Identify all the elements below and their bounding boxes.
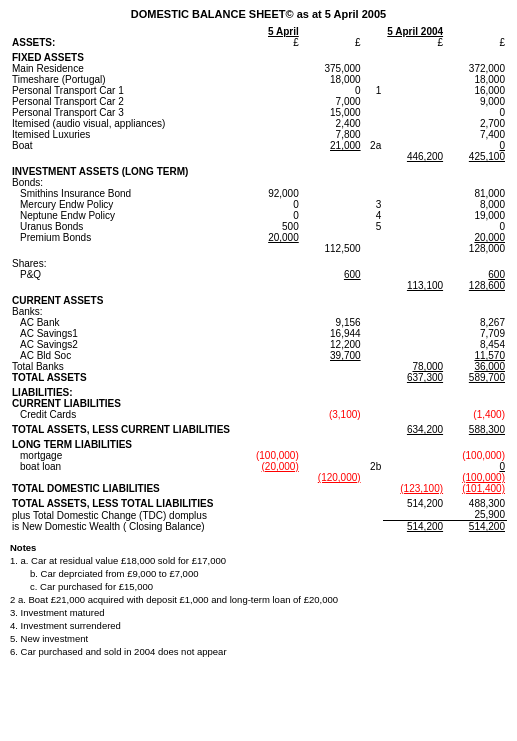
ia-neptune: Neptune Endw Policy: [10, 210, 239, 221]
lt-mortgage: mortgage: [10, 450, 239, 461]
note-2a: 2 a. Boat £21,000 acquired with deposit …: [10, 594, 507, 605]
long-term-heading: LONG TERM LIABILITIES: [10, 439, 239, 450]
ia-neptune-c3: 4: [363, 210, 384, 221]
ia-bonds-total-c5: 128,000: [445, 243, 507, 254]
ca-sav2-c1: [239, 339, 301, 350]
ca-tbanks-c1: [239, 361, 301, 372]
ia-shares-c2-blank: [301, 280, 363, 291]
current-assets-heading: CURRENT ASSETS: [10, 295, 239, 306]
note-6: 6. Car purchased and sold in 2004 does n…: [10, 646, 507, 657]
fa-timeshare-c4: [383, 74, 445, 85]
header-col5-label: [445, 26, 507, 37]
banks-label: Banks:: [10, 306, 239, 317]
fa-car3-c3: [363, 107, 384, 118]
nd-c3: [363, 521, 384, 533]
header-col3: [363, 26, 384, 37]
ca-sav2-c5: 8,454: [445, 339, 507, 350]
ia-uranus: Uranus Bonds: [10, 221, 239, 232]
ca-sav1-c4: [383, 328, 445, 339]
note-1b: b. Car deprciated from £9,000 to £7,000: [10, 568, 507, 579]
current-liabilities-heading: CURRENT LIABILITIES: [10, 398, 239, 409]
lt-boat-c2: [301, 461, 363, 472]
ia-smithins-c2: [301, 188, 363, 199]
ca-sav1-c5: 7,709: [445, 328, 507, 339]
ia-smithins-c5: 81,000: [445, 188, 507, 199]
lt-mortgage-c3: [363, 450, 384, 461]
ia-pq-c1: [239, 269, 301, 280]
notes-heading: Notes: [10, 542, 507, 553]
lt2-c3: [363, 498, 384, 509]
ca-sav1-c2: 16,944: [301, 328, 363, 339]
ia-pq-c3: [363, 269, 384, 280]
lt-boat-c3: 2b: [363, 461, 384, 472]
ia-mercury-c5: 8,000: [445, 199, 507, 210]
fa-transport-car2: Personal Transport Car 2: [10, 96, 239, 107]
ia-premium-c3: [363, 232, 384, 243]
note-5: 5. New investment: [10, 633, 507, 644]
tdc-c5: 25,900: [445, 509, 507, 521]
page-title: DOMESTIC BALANCE SHEET© as at 5 April 20…: [10, 8, 507, 20]
fa-timeshare: Timeshare (Portugal): [10, 74, 239, 85]
fa-car3-c2: 15,000: [301, 107, 363, 118]
bonds-label: Bonds:: [10, 177, 239, 188]
lt-mortgage-c1: (100,000): [239, 450, 301, 461]
fa-lux-c3: [363, 129, 384, 140]
note-1c: c. Car purchased for £15,000: [10, 581, 507, 592]
tlc-c4: 634,200: [383, 424, 445, 435]
nd-c1: [239, 521, 301, 533]
fa-timeshare-c1: [239, 74, 301, 85]
shares-label: Shares:: [10, 258, 239, 269]
liabilities-heading: LIABILITIES:: [10, 387, 239, 398]
ca-bank-c4: [383, 317, 445, 328]
tdc-label: plus Total Domestic Change (TDC) domplus: [10, 509, 239, 521]
fa-av-c2: 2,400: [301, 118, 363, 129]
ia-uranus-c1: 500: [239, 221, 301, 232]
ca-bld-c5: 11,570: [445, 350, 507, 361]
ia-neptune-c1: 0: [239, 210, 301, 221]
fa-boat: Boat: [10, 140, 239, 151]
ta-c5: 589,700: [445, 372, 507, 383]
tlc-c5: 588,300: [445, 424, 507, 435]
tdc-c3: [363, 509, 384, 521]
ia-uranus-c2: [301, 221, 363, 232]
note-3: 3. Investment matured: [10, 607, 507, 618]
ia-smithins-c1: 92,000: [239, 188, 301, 199]
note-1a: 1. a. Car at residual value £18,000 sold…: [10, 555, 507, 566]
fa-av-c4: [383, 118, 445, 129]
ca-total-banks-label: Total Banks: [10, 361, 239, 372]
fa-boat-c5: 0: [445, 140, 507, 151]
fa-main-residence: Main Residence: [10, 63, 239, 74]
lt-boat-c1: (20,000): [239, 461, 301, 472]
tdc-c1: [239, 509, 301, 521]
ia-uranus-c4: [383, 221, 445, 232]
ca-sav1-c1: [239, 328, 301, 339]
pound4: £: [445, 37, 507, 48]
ia-premium: Premium Bonds: [10, 232, 239, 243]
fixed-assets-heading: FIXED ASSETS: [10, 52, 239, 63]
fa-car1-c1: [239, 85, 301, 96]
lt-boat-loan: boat loan: [10, 461, 239, 472]
tdom-c1: [239, 483, 301, 494]
total-domestic-label: TOTAL DOMESTIC LIABILITIES: [10, 483, 239, 494]
fa-timeshare-c3: [363, 74, 384, 85]
new-domestic-label: is New Domestic Wealth ( Closing Balance…: [10, 521, 239, 533]
nd-c5: 514,200: [445, 521, 507, 533]
fa-car2-c2: 7,000: [301, 96, 363, 107]
fa-blank-c1: [239, 151, 301, 162]
pound1: £: [239, 37, 301, 48]
fa-car1-c5: 16,000: [445, 85, 507, 96]
fa-car3-c4: [383, 107, 445, 118]
ca-bld-c4: [383, 350, 445, 361]
ia-shares-total-c5: 128,600: [445, 280, 507, 291]
header-col2-label: [301, 26, 363, 37]
fa-car3-c5: 0: [445, 107, 507, 118]
fa-av-c5: 2,700: [445, 118, 507, 129]
ia-uranus-c5: 0: [445, 221, 507, 232]
cc-c5: (1,400): [445, 409, 507, 420]
total-assets-label: TOTAL ASSETS: [10, 372, 239, 383]
fa-car2-c4: [383, 96, 445, 107]
ia-bonds-total-spacer: [10, 243, 239, 254]
lt-mortgage-c4: [383, 450, 445, 461]
ia-mercury-c2: [301, 199, 363, 210]
ta-c1: [239, 372, 301, 383]
